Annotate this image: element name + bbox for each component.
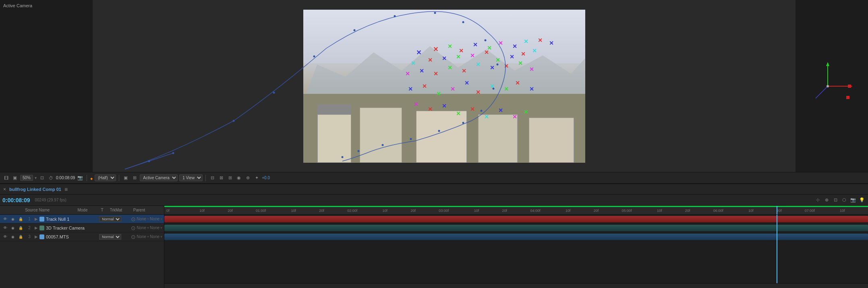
motion-btn[interactable]: ⊹ (814, 197, 821, 204)
layer-icon-1 (39, 217, 44, 222)
ruler-mark-400: 04:00f (530, 209, 540, 213)
timeline-body: Source Name Mode T TrkMat Parent 👁 ◉ 🔒 1… (0, 206, 868, 288)
track-bar-3 (164, 234, 868, 240)
expand-1[interactable]: ▶ (34, 217, 39, 221)
layer-icon-3 (39, 234, 44, 239)
frame-icon[interactable]: ⊟ (209, 174, 216, 182)
ruler-mark-0: 0f (166, 209, 170, 213)
light-btn[interactable]: 💡 (858, 197, 866, 204)
svg-point-18 (148, 160, 150, 162)
resolution-value[interactable]: 50% (20, 175, 33, 181)
ruler-mark-100: 01:00f (256, 209, 266, 213)
layer-header: Source Name Mode T TrkMat Parent (0, 206, 164, 215)
expand-2[interactable]: ▶ (34, 226, 39, 230)
null-btn[interactable]: ⊕ (823, 197, 830, 204)
ruler-mark-20: 20f (228, 209, 233, 213)
col-source-name: Source Name (25, 208, 76, 212)
layer-eye-1[interactable]: 👁 (2, 215, 9, 223)
active-camera-label: Active Camera (3, 3, 32, 8)
svg-point-17 (172, 152, 174, 154)
ruler-mark-320: 20f (502, 209, 508, 213)
ruler-mark-700: 07:00f (805, 209, 815, 213)
layer-num-1: 1 (26, 217, 33, 221)
comp-info-row: bullfrog Linked Comp 01 (9, 187, 61, 192)
comp-time-display[interactable]: 0:00:08:09 (2, 197, 30, 203)
layer-trkmat-2[interactable]: ⊙ None▾ (131, 225, 149, 231)
layer-mode-3[interactable]: Normal (99, 234, 121, 240)
adj-btn[interactable]: ⬡ (841, 197, 848, 204)
svg-point-25 (827, 85, 829, 87)
layer-row[interactable]: 👁 ◉ 🔒 1 ▶ Track Null 1 Normal ⊙ None▾ No… (0, 215, 164, 224)
playhead-line[interactable] (777, 215, 777, 283)
ruler-mark-510: 10f (657, 209, 662, 213)
layer-trkmat-1[interactable]: ⊙ None▾ (131, 216, 149, 222)
transform-gizmo (808, 62, 856, 110)
layer-vis-1: 👁 ◉ 🔒 (2, 215, 24, 223)
svg-point-0 (233, 120, 235, 122)
layer-row[interactable]: 👁 ◉ 🔒 3 ▶ 00057.MTS Normal ⊙ None▾ None▾ (0, 232, 164, 241)
layer-parent-2[interactable]: None▾ (150, 226, 162, 230)
viewer-inner-area: ✕ ✕ ✕ ✕ ✕ ✕ ✕ ✕ ✕ ✕ ✕ ✕ ✕ ✕ (93, 0, 795, 172)
timeline-ruler[interactable]: 0f 10f 20f 01:00f 10f 20f 02:00f 10f 20f… (164, 206, 868, 215)
track-rows (164, 215, 868, 283)
layer-vis-2: 👁 ◉ 🔒 (2, 224, 24, 232)
layer-lock-3[interactable]: 🔒 (17, 233, 24, 240)
region-icon[interactable]: ▣ (11, 174, 19, 182)
layer-mode-1[interactable]: Normal (99, 216, 121, 222)
fit-icon[interactable]: ⊡ (38, 174, 46, 182)
channel-icon[interactable]: ▣ (122, 174, 129, 182)
layer-lock-2[interactable]: 🔒 (17, 224, 24, 232)
left-panel: Active Camera (0, 0, 93, 172)
snapshot-icon[interactable]: 🎞 (2, 174, 10, 182)
ruler-mark-610: 10f (748, 209, 754, 213)
camera-snap-icon[interactable]: 📷 (77, 174, 84, 182)
track-bar-2 (164, 225, 868, 231)
layer-icon-2 (39, 226, 44, 230)
layer-trkmat-3[interactable]: ⊙ None▾ (131, 234, 149, 240)
viewer-container[interactable]: ✕ ✕ ✕ ✕ ✕ ✕ ✕ ✕ ✕ ✕ ✕ ✕ ✕ ✕ (93, 0, 795, 172)
view-dropdown[interactable]: 1 View (179, 174, 203, 181)
layer-eye-3[interactable]: 👁 (2, 233, 9, 240)
svg-point-1 (273, 92, 275, 94)
color-icon[interactable]: ⬥ (90, 175, 93, 181)
track-row-2 (164, 224, 868, 232)
camera-dropdown[interactable]: Active Camera (140, 174, 178, 181)
grid-icon[interactable]: ⊞ (226, 174, 234, 182)
layer-name-2: 3D Tracker Camera (46, 226, 98, 230)
layer-num-3: 3 (26, 234, 33, 239)
comp-menu-btn[interactable]: ≡ (64, 186, 68, 193)
layer-solo-3[interactable]: ◉ (9, 233, 17, 240)
track-row-3 (164, 232, 868, 241)
ruler-mark-410: 10f (566, 209, 571, 213)
col-parent: Parent (133, 208, 162, 212)
viewer-toolbar: 🎞 ▣ 50% ▾ ⊡ ⏱ 0:00:08:09 📷 ⬥ (Half) ▣ ⊞ … (0, 172, 868, 183)
motion-icon[interactable]: ✦ (253, 174, 260, 182)
timeline-scrollbar[interactable] (164, 283, 868, 288)
layer-parent-3[interactable]: None▾ (150, 234, 162, 239)
plus-value: +0.0 (262, 176, 270, 180)
ruler-mark-420: 20f (594, 209, 599, 213)
quality-dropdown[interactable]: (Half) (95, 174, 116, 181)
expand-3[interactable]: ▶ (34, 234, 39, 239)
comp-icon[interactable]: ◉ (235, 174, 242, 182)
layer-lock-1[interactable]: 🔒 (17, 215, 24, 223)
ruler-mark-220: 20f (410, 209, 416, 213)
ruler-mark-500: 05:00f (622, 209, 632, 213)
channel2-icon[interactable]: ⊞ (131, 174, 138, 182)
layer-solo-1[interactable]: ◉ (9, 215, 17, 223)
ruler-mark-120: 20f (319, 209, 324, 213)
comp-close-btn[interactable]: × (3, 186, 6, 192)
shape-btn[interactable]: ⊡ (832, 197, 839, 204)
ruler-mark-710: 10f (840, 209, 845, 213)
ruler-mark-300: 03:00f (439, 209, 449, 213)
layer-eye-2[interactable]: 👁 (2, 224, 9, 232)
layer-row[interactable]: 👁 ◉ 🔒 2 ▶ 3D Tracker Camera ⊙ None▾ None… (0, 224, 164, 232)
col-mode: Mode (77, 208, 99, 212)
frame-time: 0:00:08:09 (56, 176, 75, 180)
guide-icon[interactable]: ⊕ (244, 174, 251, 182)
layer-solo-2[interactable]: ◉ (9, 224, 17, 232)
camera-btn[interactable]: 📷 (849, 197, 857, 204)
playhead-ruler[interactable] (777, 206, 777, 214)
layer-parent-1[interactable]: None▾ (150, 217, 162, 221)
expand-icon[interactable]: ⊠ (218, 174, 225, 182)
